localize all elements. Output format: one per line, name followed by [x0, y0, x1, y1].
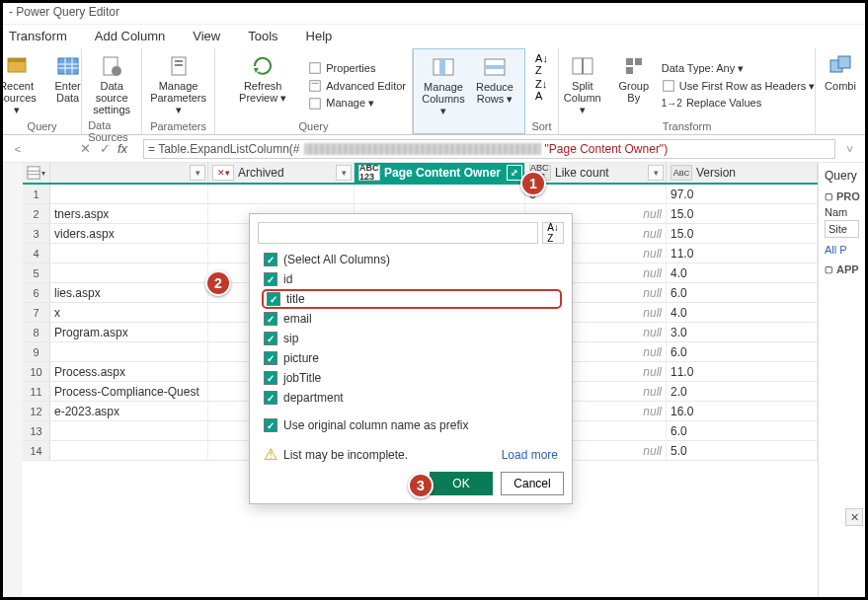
row-number: 12 — [23, 402, 50, 420]
data-source-settings-button[interactable]: Data source settings — [88, 52, 135, 117]
type-abc123-icon[interactable]: ABC 123 — [529, 165, 551, 181]
ok-button[interactable]: OK — [430, 472, 493, 495]
cell-version: 4.0 — [667, 303, 818, 322]
menu-transform[interactable]: Transform — [9, 29, 67, 44]
close-tab-icon[interactable]: ✕ — [845, 508, 863, 526]
split-column-button[interactable]: Split Column ▾ — [559, 52, 606, 118]
table-row[interactable]: 1697.0 — [23, 185, 818, 204]
cell-version: 11.0 — [667, 244, 818, 262]
queries-pane-toggle[interactable]: < — [9, 143, 27, 155]
col-version[interactable]: ABC Version — [667, 163, 818, 183]
cell-like: 6 — [525, 185, 667, 203]
row-number: 11 — [23, 382, 50, 401]
warn-message: List may be incomplete. — [283, 448, 408, 462]
row-number: 1 — [23, 185, 50, 203]
expand-option-title[interactable]: ✓title — [262, 289, 562, 309]
col-filter-icon[interactable]: ▾ — [648, 165, 664, 181]
svg-rect-16 — [310, 98, 321, 109]
properties-button[interactable]: Properties — [308, 59, 375, 77]
checkbox-icon: ✓ — [264, 272, 277, 286]
use-prefix-checkbox[interactable]: ✓Use original column name as prefix — [264, 415, 562, 435]
cell-name — [50, 342, 208, 361]
svg-rect-29 — [28, 167, 39, 179]
query-name-input[interactable]: Site — [825, 220, 859, 238]
menu-add-column[interactable]: Add Column — [95, 29, 166, 44]
col-filter-icon[interactable]: ▾ — [190, 165, 205, 181]
cell-version: 6.0 — [667, 342, 818, 361]
replace-values-button[interactable]: 1→2Replace Values — [662, 95, 761, 111]
manage-columns-button[interactable]: Manage Columns ▾ — [420, 53, 467, 118]
cell-version: 3.0 — [667, 323, 818, 341]
col-filter-icon[interactable]: ▾ — [336, 165, 352, 181]
all-properties-link[interactable]: All P — [825, 244, 859, 256]
cell-name: e-2023.aspx — [50, 402, 208, 420]
title-bar: - Power Query Editor — [3, 3, 865, 25]
checkbox-icon: ✓ — [267, 292, 280, 306]
advanced-editor-button[interactable]: Advanced Editor — [308, 77, 406, 95]
applied-steps-section[interactable]: ▢APP — [825, 263, 859, 275]
expand-option-picture[interactable]: ✓picture — [264, 348, 562, 368]
formula-cancel-icon[interactable]: ✕ — [78, 141, 92, 156]
formula-input[interactable]: = Table.ExpandListColumn(# "Page Content… — [143, 139, 835, 159]
cell-name: Process.aspx — [50, 362, 208, 381]
cell-version: 6.0 — [667, 283, 818, 302]
combine-button[interactable]: Combi — [822, 52, 859, 132]
expand-column-popup: A↓Z ✓(Select All Columns)✓id✓title✓email… — [249, 213, 573, 504]
properties-section[interactable]: ▢PRO — [825, 190, 859, 202]
expand-option--select-all-columns-[interactable]: ✓(Select All Columns) — [264, 250, 562, 269]
type-icon[interactable]: ✕▾ — [212, 165, 234, 181]
formula-expand-icon[interactable]: > — [844, 140, 856, 158]
data-type-button[interactable]: Data Type: Any ▾ — [662, 60, 744, 77]
refresh-preview-button[interactable]: Refresh Preview ▾ — [221, 52, 304, 118]
menu-view[interactable]: View — [193, 29, 220, 44]
col-archived[interactable]: ✕▾ Archived ▾ — [208, 163, 355, 183]
cell-version: 97.0 — [667, 185, 818, 203]
svg-rect-25 — [626, 67, 633, 74]
load-more-link[interactable]: Load more — [502, 448, 558, 462]
expand-option-id[interactable]: ✓id — [264, 269, 562, 289]
expand-option-department[interactable]: ✓department — [264, 388, 562, 408]
cell-version: 4.0 — [667, 263, 818, 282]
ribbon: Recent Sources ▾ Enter Data Query Data s… — [3, 48, 865, 135]
sort-asc-button[interactable]: A↓Z — [535, 52, 548, 76]
cell-name — [50, 185, 208, 203]
select-all-corner[interactable]: ▾ — [23, 163, 50, 183]
expand-option-sip[interactable]: ✓sip — [264, 329, 562, 348]
cancel-button[interactable]: Cancel — [501, 472, 564, 495]
cell-version: 15.0 — [667, 204, 818, 223]
svg-rect-14 — [310, 80, 321, 91]
formula-accept-icon[interactable]: ✓ — [98, 141, 112, 156]
column-search-input[interactable] — [258, 222, 538, 244]
expand-option-email[interactable]: ✓email — [264, 309, 562, 329]
settings-title: Query — [825, 169, 859, 183]
row-number: 10 — [23, 362, 50, 381]
group-transform-label: Transform — [663, 120, 712, 132]
manage-parameters-button[interactable]: Manage Parameters ▾ — [148, 52, 208, 118]
first-row-headers-button[interactable]: Use First Row as Headers ▾ — [662, 77, 815, 95]
group-query2-label: Query — [299, 120, 329, 132]
reduce-rows-button[interactable]: Reduce Rows ▾ — [471, 53, 518, 118]
menu-help[interactable]: Help — [306, 29, 333, 44]
menu-tools[interactable]: Tools — [248, 29, 277, 44]
expand-option-jobtitle[interactable]: ✓jobTitle — [264, 368, 562, 388]
manage-button[interactable]: Manage ▾ — [308, 95, 374, 112]
cell-version: 15.0 — [667, 224, 818, 243]
col-page-content-owner[interactable]: ABC 123 Page Content Owner ⤢ — [355, 163, 525, 183]
row-number: 14 — [23, 441, 50, 460]
group-by-button[interactable]: Group By — [610, 52, 658, 118]
group-parameters-label: Parameters — [150, 120, 206, 132]
cell-name: viders.aspx — [50, 224, 208, 243]
col-like-count[interactable]: ABC 123 Like count ▾ — [525, 163, 667, 183]
fx-icon[interactable]: fx — [118, 141, 137, 156]
col-expand-icon[interactable]: ⤢ — [507, 165, 522, 181]
col-name-partial[interactable]: ▾ — [50, 163, 208, 183]
recent-sources-button[interactable]: Recent Sources ▾ — [0, 52, 40, 118]
checkbox-icon: ✓ — [264, 391, 277, 405]
row-number: 13 — [23, 421, 50, 440]
sort-desc-button[interactable]: Z↓A — [535, 78, 548, 102]
row-number: 4 — [23, 244, 50, 262]
type-abc123-icon[interactable]: ABC 123 — [358, 165, 380, 181]
cell-name: lies.aspx — [50, 283, 208, 302]
sort-columns-button[interactable]: A↓Z — [542, 222, 564, 244]
type-text-icon[interactable]: ABC — [671, 165, 692, 181]
